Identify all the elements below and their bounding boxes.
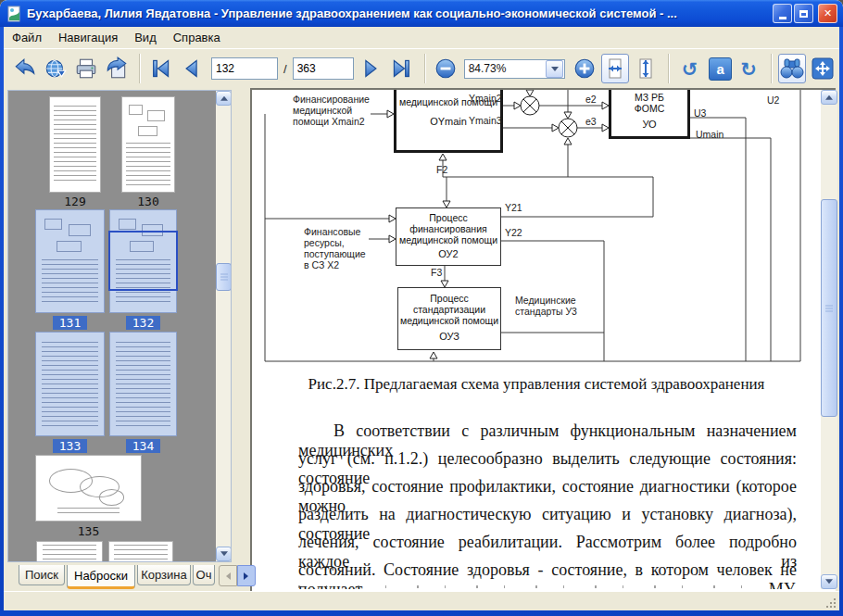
zoom-in-button[interactable] [571,54,598,83]
thumbnail-label-134[interactable]: 134 [104,438,182,454]
menu-item-3[interactable]: Вид [126,29,165,46]
globe-export-button[interactable] [42,54,69,83]
scroll-up-button[interactable] [821,90,837,105]
fit-height-button[interactable] [632,54,660,83]
figure-caption: Рис.2.7. Предлагаемая схема управления с… [252,375,821,394]
diagram-block-ou2: Процесс финансирования медицинской помощ… [396,207,501,266]
visible-area-indicator[interactable] [108,231,178,291]
sidebar-tabs: ПоискНаброскиКорзинаОч [7,565,269,593]
save-copy-button[interactable] [103,54,131,83]
fit-width-button[interactable] [601,54,629,83]
scroll-up-button[interactable] [216,91,232,106]
diagram-label-f2: F2 [436,164,447,175]
tab-scroll-right-button[interactable] [237,565,256,586]
fit-height-icon [634,57,658,81]
document-page[interactable]: медицинской помощи OYmain МЗ РБ ФОМС УО … [252,90,821,589]
block-text: МЗ РБ [635,92,664,103]
diagram-label-ymain2: Ymain2 [469,93,502,104]
first-page-button[interactable] [146,54,174,83]
next-page-button[interactable] [358,54,385,83]
paragraph-line-3: здоровья, состояние профилактики, состоя… [298,477,797,505]
pan-button[interactable] [809,54,837,83]
thumbnail-page-136[interactable] [36,541,103,561]
block-text: Процесс [430,293,468,304]
tab-label: Оч [196,568,212,582]
search-button[interactable] [778,54,806,83]
open-button[interactable] [11,54,39,83]
minimize-icon [779,17,786,19]
thumbnail-page-130[interactable] [121,96,175,193]
thumbnail-page-133[interactable] [35,332,105,436]
paragraph-line-4: разделить на диагностическую ситуацию и … [298,505,797,533]
thumbnail-label-132[interactable]: 132 [104,315,182,331]
scroll-down-button[interactable] [821,574,837,589]
arrow-up-icon [825,92,833,100]
sidebar-scrollbar[interactable] [216,91,232,561]
open-icon [13,57,37,81]
tab-scroll-buttons [219,565,256,586]
panel-splitter[interactable] [232,90,250,591]
block-code: ОУЗ [439,331,459,342]
tab-4[interactable]: Оч [193,565,215,585]
close-button[interactable]: ✕ [818,4,837,23]
first-page-icon [150,58,170,79]
status-bar [4,591,839,611]
menu-item-2[interactable]: Навигация [50,29,126,46]
prev-page-button[interactable] [177,54,205,83]
diagram-label-umain: Umain [696,129,723,140]
zoom-level-value: 84.73% [465,62,546,75]
thumbnail-page-129[interactable] [49,96,101,193]
scrollbar-thumb[interactable] [821,199,837,417]
scroll-down-button[interactable] [216,547,232,561]
thumbnail-label-131[interactable]: 131 [30,315,110,331]
thumbnail-page-132[interactable] [109,209,177,313]
menu-item-4[interactable]: Справка [165,29,229,46]
application-window: Бухарбаева, Лилия Явдатовна - Управление… [0,0,843,616]
page-number: 134 [126,439,160,453]
tab-2[interactable]: Наброски [67,565,135,589]
block-code: УО [642,119,656,130]
block-text: Процесс [429,212,467,223]
page-number: 130 [131,195,165,208]
document-view: медицинской помощи OYmain МЗ РБ ФОМС УО … [250,88,836,591]
window-border [839,27,843,616]
page-number: 133 [53,439,87,453]
diagram-label-ymain3: Ymain3 [469,115,502,126]
rotate-right-button[interactable]: ↻ [735,54,762,83]
resize-grip[interactable] [824,596,837,609]
diagram-label-y21: Y21 [505,202,522,213]
window-controls: ✕ [773,4,837,23]
menu-bar: ФайлНавигацияВидСправка [4,27,839,48]
block-code: OYmain [430,116,467,127]
thumbnail-page-137[interactable] [108,541,173,561]
print-icon [74,57,98,81]
thumbnail-label-129[interactable]: 129 [44,194,107,209]
toolbar-separator [139,54,141,83]
maximize-button[interactable] [794,4,813,23]
thumbnail-page-135[interactable] [35,455,142,522]
zoom-level-combobox[interactable]: 84.73% [464,59,566,79]
tab-1[interactable]: Поиск [19,565,65,585]
rotate-left-icon: ↺ [682,59,698,79]
text-select-button[interactable]: a [709,57,732,81]
thumbnail-label-130[interactable]: 130 [116,194,181,209]
print-button[interactable] [72,54,100,83]
toolbar: / 84.73% ↺ a ↻ [4,48,839,88]
menu-item-1[interactable]: Файл [4,29,50,46]
last-page-button[interactable] [388,54,416,83]
main-scrollbar[interactable] [821,90,837,589]
tab-scroll-left-button[interactable] [219,565,237,586]
tab-3[interactable]: Корзина [137,565,191,585]
rotate-left-button[interactable]: ↺ [675,54,703,83]
combobox-dropdown-button[interactable] [546,60,563,78]
minimize-button[interactable] [773,4,792,23]
scrollbar-thumb[interactable] [216,263,232,291]
thumbnail-label-133[interactable]: 133 [30,438,110,454]
zoom-out-button[interactable] [432,54,459,83]
thumbnail-page-131[interactable] [35,209,105,313]
current-page-input[interactable] [211,57,278,80]
thumbnail-label-135[interactable]: 135 [30,523,147,539]
thumbnail-page-134[interactable] [109,332,177,436]
total-pages-input[interactable] [293,57,354,80]
rotate-right-icon: ↻ [740,59,757,79]
